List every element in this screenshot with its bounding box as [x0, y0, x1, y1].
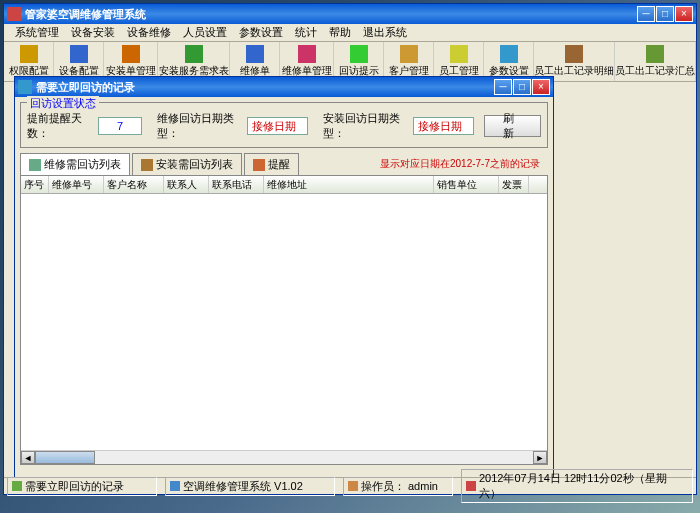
scroll-thumb[interactable] [35, 451, 95, 464]
main-title: 管家婆空调维修管理系统 [25, 7, 637, 22]
install-type-label: 安装回访日期类型： [323, 111, 408, 141]
child-window: 需要立即回访的记录 ─ □ × 回访设置状态 提前提醒天数： 7 维修回访日期类… [14, 76, 554, 486]
toolbar-icon [185, 45, 203, 63]
close-button[interactable]: × [675, 6, 693, 22]
status-datetime: 2012年07月14日 12时11分02秒（星期六） [479, 471, 688, 501]
statusbar: 需要立即回访的记录 空调维修管理系统 V1.02 操作员：admin 2012年… [4, 477, 696, 494]
horizontal-scrollbar[interactable]: ◄ ► [21, 450, 547, 464]
tab-icon [29, 159, 41, 171]
toolbar-icon [400, 45, 418, 63]
child-titlebar: 需要立即回访的记录 ─ □ × [15, 77, 553, 97]
menu-item[interactable]: 人员设置 [177, 25, 233, 40]
scroll-left-icon[interactable]: ◄ [21, 451, 35, 464]
menu-item[interactable]: 退出系统 [357, 25, 413, 40]
main-window: 管家婆空调维修管理系统 ─ □ × 系统管理设备安装设备维修人员设置参数设置统计… [3, 3, 697, 495]
column-header[interactable]: 维修地址 [264, 176, 434, 193]
column-header[interactable]: 发票 [499, 176, 529, 193]
user-icon [348, 481, 358, 491]
monitor-icon [170, 481, 180, 491]
clock-icon [466, 481, 476, 491]
days-label: 提前提醒天数： [27, 111, 93, 141]
menubar: 系统管理设备安装设备维修人员设置参数设置统计帮助退出系统 [4, 24, 696, 42]
menu-item[interactable]: 设备维修 [121, 25, 177, 40]
tabstrip: 维修需回访列表 安装需回访列表 提醒 显示对应日期在2012-7-7之前的记录 [20, 153, 548, 175]
menu-item[interactable]: 帮助 [323, 25, 357, 40]
column-header[interactable]: 联系人 [164, 176, 209, 193]
tab-repair-list[interactable]: 维修需回访列表 [20, 153, 130, 175]
repair-type-field[interactable]: 接修日期 [247, 117, 308, 135]
status-module: 需要立即回访的记录 [25, 479, 124, 494]
child-close-button[interactable]: × [532, 79, 550, 95]
groupbox-legend: 回访设置状态 [27, 96, 99, 111]
child-icon [18, 80, 32, 94]
toolbar-icon [298, 45, 316, 63]
refresh-button[interactable]: 刷新 [484, 115, 541, 137]
toolbar-icon [565, 45, 583, 63]
toolbar-icon [500, 45, 518, 63]
column-header[interactable]: 销售单位 [434, 176, 499, 193]
menu-item[interactable]: 系统管理 [9, 25, 65, 40]
child-title: 需要立即回访的记录 [36, 80, 494, 95]
toolbar-icon [70, 45, 88, 63]
tab-install-list[interactable]: 安装需回访列表 [132, 153, 242, 175]
status-operator-label: 操作员： [361, 479, 405, 494]
toolbar-button[interactable]: 员工出工记录汇总 [615, 42, 696, 81]
toolbar-icon [350, 45, 368, 63]
maximize-button[interactable]: □ [656, 6, 674, 22]
menu-item[interactable]: 统计 [289, 25, 323, 40]
column-header[interactable]: 序号 [21, 176, 49, 193]
toolbar-icon [20, 45, 38, 63]
child-minimize-button[interactable]: ─ [494, 79, 512, 95]
book-icon [12, 481, 22, 491]
main-titlebar: 管家婆空调维修管理系统 ─ □ × [4, 4, 696, 24]
toolbar-icon [646, 45, 664, 63]
minimize-button[interactable]: ─ [637, 6, 655, 22]
grid-body [21, 194, 547, 450]
toolbar-icon [450, 45, 468, 63]
repair-type-label: 维修回访日期类型： [157, 111, 242, 141]
column-header[interactable]: 联系电话 [209, 176, 264, 193]
tab-icon [253, 159, 265, 171]
data-grid[interactable]: 序号维修单号客户名称联系人联系电话维修地址销售单位发票 ◄ ► [20, 175, 548, 465]
days-field[interactable]: 7 [98, 117, 142, 135]
menu-item[interactable]: 设备安装 [65, 25, 121, 40]
toolbar-icon [246, 45, 264, 63]
tab-remind[interactable]: 提醒 [244, 153, 299, 175]
app-icon [7, 7, 21, 21]
status-version: 空调维修管理系统 V1.02 [183, 479, 303, 494]
install-type-field[interactable]: 接修日期 [413, 117, 474, 135]
column-header[interactable]: 客户名称 [104, 176, 164, 193]
child-maximize-button[interactable]: □ [513, 79, 531, 95]
tab-icon [141, 159, 153, 171]
menu-item[interactable]: 参数设置 [233, 25, 289, 40]
scroll-right-icon[interactable]: ► [533, 451, 547, 464]
scroll-track[interactable] [95, 451, 533, 464]
grid-header: 序号维修单号客户名称联系人联系电话维修地址销售单位发票 [21, 176, 547, 194]
status-operator: admin [408, 480, 438, 492]
toolbar-icon [122, 45, 140, 63]
date-hint: 显示对应日期在2012-7-7之前的记录 [380, 157, 540, 171]
settings-groupbox: 回访设置状态 提前提醒天数： 7 维修回访日期类型： 接修日期 安装回访日期类型… [20, 102, 548, 148]
column-header[interactable]: 维修单号 [49, 176, 104, 193]
